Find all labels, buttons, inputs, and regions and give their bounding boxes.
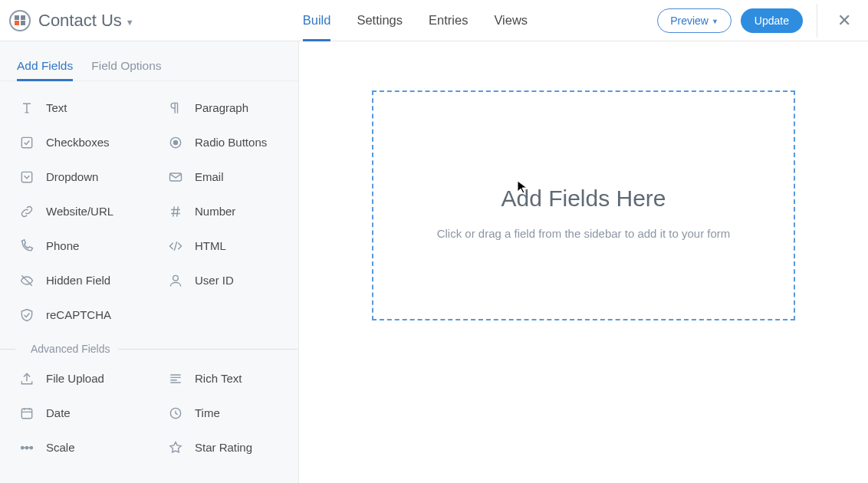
field-url[interactable]: Website/URL: [0, 194, 149, 228]
field-radio[interactable]: Radio Buttons: [149, 125, 298, 159]
sidebar-tab-field-options[interactable]: Field Options: [91, 51, 161, 80]
field-label: Paragraph: [195, 101, 248, 114]
top-bar: Contact Us ▼ Build Settings Entries View…: [0, 0, 868, 41]
app-logo-icon: [9, 10, 31, 31]
field-label: Website/URL: [46, 205, 113, 218]
field-time[interactable]: Time: [149, 396, 298, 430]
field-label: Dropdown: [46, 170, 98, 183]
top-tabs: Build Settings Entries Views: [303, 0, 528, 41]
field-recaptcha[interactable]: reCAPTCHA: [0, 297, 149, 332]
field-grid: Text Paragraph Checkboxes Radio Buttons: [0, 81, 298, 465]
field-hidden[interactable]: Hidden Field: [0, 263, 149, 297]
tab-entries[interactable]: Entries: [429, 0, 468, 41]
phone-icon: [18, 238, 35, 254]
dropzone-hint: Click or drag a field from the sidebar t…: [437, 227, 731, 240]
hidden-icon: [18, 273, 35, 288]
field-label: Date: [46, 406, 71, 419]
field-label: Phone: [46, 239, 79, 252]
form-canvas: Add Fields Here Click or drag a field fr…: [299, 41, 868, 483]
section-advanced-fields: Advanced Fields: [0, 332, 298, 361]
field-label: Number: [195, 205, 235, 218]
field-label: Email: [195, 170, 224, 183]
svg-point-5: [173, 275, 179, 281]
sidebar-tab-add-fields[interactable]: Add Fields: [17, 51, 73, 80]
calendar-icon: [18, 406, 35, 421]
user-icon: [167, 273, 184, 288]
field-rich-text[interactable]: Rich Text: [149, 361, 298, 396]
caret-down-icon: ▼: [126, 18, 134, 27]
shield-icon: [18, 307, 35, 323]
field-label: Star Rating: [195, 441, 252, 454]
dropzone[interactable]: Add Fields Here Click or drag a field fr…: [372, 90, 795, 320]
paragraph-icon: [167, 100, 184, 116]
field-label: reCAPTCHA: [46, 308, 111, 321]
svg-point-2: [174, 140, 178, 144]
field-userid[interactable]: User ID: [149, 263, 298, 297]
svg-rect-0: [21, 137, 31, 147]
field-label: Time: [195, 406, 220, 419]
field-checkboxes[interactable]: Checkboxes: [0, 125, 149, 159]
tab-build[interactable]: Build: [303, 0, 331, 41]
richtext-icon: [167, 371, 184, 386]
svg-rect-3: [21, 172, 31, 182]
field-html[interactable]: HTML: [149, 228, 298, 263]
svg-rect-6: [21, 409, 31, 419]
dropdown-icon: [18, 169, 35, 185]
field-label: HTML: [195, 239, 226, 252]
field-label: Radio Buttons: [195, 136, 267, 149]
field-label: User ID: [195, 274, 234, 287]
preview-label: Preview: [670, 15, 709, 27]
field-date[interactable]: Date: [0, 396, 149, 430]
sidebar: Add Fields Field Options Text Paragraph: [0, 41, 299, 483]
field-email[interactable]: Email: [149, 159, 298, 194]
upload-icon: [18, 371, 35, 386]
field-label: Checkboxes: [46, 136, 110, 149]
field-paragraph[interactable]: Paragraph: [149, 90, 298, 125]
field-text[interactable]: Text: [0, 90, 149, 125]
field-label: File Upload: [46, 372, 104, 385]
link-icon: [18, 204, 35, 219]
field-file-upload[interactable]: File Upload: [0, 361, 149, 396]
field-label: Text: [46, 101, 67, 114]
star-icon: [167, 440, 184, 455]
email-icon: [167, 169, 184, 185]
field-number[interactable]: Number: [149, 194, 298, 228]
dropzone-title: Add Fields Here: [501, 186, 666, 212]
workspace: Add Fields Field Options Text Paragraph: [0, 41, 868, 483]
hash-icon: [167, 204, 184, 219]
checkbox-icon: [18, 135, 35, 150]
field-phone[interactable]: Phone: [0, 228, 149, 263]
top-actions: Preview ▼ Update ✕: [657, 4, 856, 38]
caret-down-icon: ▼: [712, 18, 718, 25]
close-icon[interactable]: ✕: [833, 11, 856, 31]
clock-icon: [167, 406, 184, 421]
tab-views[interactable]: Views: [494, 0, 528, 41]
field-label: Rich Text: [195, 372, 242, 385]
sidebar-tabs: Add Fields Field Options: [0, 41, 298, 81]
field-scale[interactable]: Scale: [0, 430, 149, 465]
section-label: Advanced Fields: [23, 343, 110, 355]
radio-icon: [167, 135, 184, 150]
field-label: Hidden Field: [46, 274, 110, 287]
form-title: Contact Us: [38, 11, 122, 31]
update-button[interactable]: Update: [741, 8, 803, 33]
preview-button[interactable]: Preview ▼: [657, 8, 732, 33]
form-title-dropdown[interactable]: Contact Us ▼: [38, 11, 134, 31]
field-star[interactable]: Star Rating: [149, 430, 298, 465]
scale-icon: [18, 440, 35, 455]
tab-settings[interactable]: Settings: [357, 0, 403, 41]
field-label: Scale: [46, 441, 75, 454]
divider: [817, 4, 817, 38]
code-icon: [167, 238, 184, 254]
text-icon: [18, 100, 35, 116]
field-dropdown[interactable]: Dropdown: [0, 159, 149, 194]
